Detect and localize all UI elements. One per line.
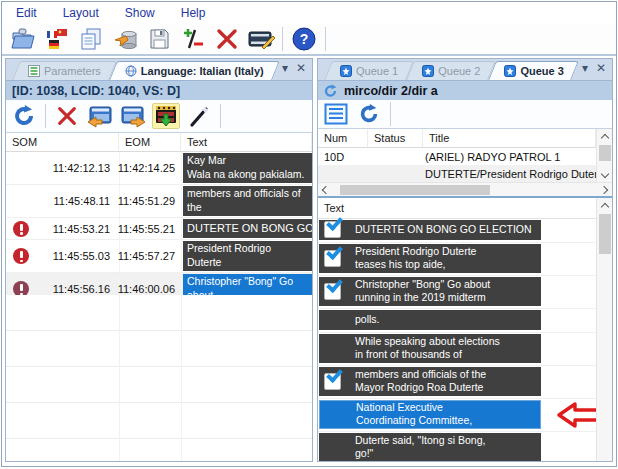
tab-queue-3[interactable]: Queue 3 [492,61,575,80]
text-list-vscrollbar[interactable] [596,198,612,461]
title-value: DUTERTE/President Rodrigo Duterte teases [423,168,596,180]
queue-table-vscrollbar[interactable] [596,129,612,182]
video-import-button[interactable] [152,103,180,129]
subtitle-row[interactable]: 11:45:48.11 11:45:51.29 members and offi… [6,185,312,218]
warning-icon [13,221,29,237]
tab-menu-button[interactable]: ▾ [582,61,588,75]
scrollbar-thumb[interactable] [599,145,611,161]
queue-text-row-selected[interactable]: National Executive Coordinating Committe… [318,399,596,432]
video-back-icon [87,104,113,128]
help-button[interactable]: ? [289,25,319,53]
scroll-up-button[interactable] [597,129,613,144]
subtitle-row[interactable]: 11:42:12.13 11:42:14.25 Kay Mar Wala na … [6,152,312,185]
queue-text-row[interactable]: Christopher "Bong" Go about running in t… [318,276,596,309]
som-value: 11:42:12.13 [53,162,110,174]
queue-text-row[interactable]: DUTERTE ON BONG GO ELECTION [318,219,596,243]
empty-rows-area [6,295,312,461]
scroll-up-button[interactable] [597,198,613,213]
checkbox-checked[interactable] [324,283,341,300]
queue-text-row[interactable]: members and officials of the Mayor Rodri… [318,366,596,399]
open-button[interactable] [8,25,38,53]
queue-text: While speaking about elections in front … [355,335,500,362]
queue-pin-icon [422,65,434,77]
video-button[interactable] [246,25,276,53]
scroll-left-button[interactable] [318,182,334,197]
tab-language-italian[interactable]: Language: Italian (Italy) [113,61,276,80]
queue-text-row[interactable]: polls. [318,309,596,333]
menu-show[interactable]: Show [125,6,155,20]
magic-wand-button[interactable] [185,103,213,129]
plus-minus-icon [181,27,205,51]
checkbox-checked[interactable] [324,221,341,238]
menu-help[interactable]: Help [181,6,206,20]
video-back-button[interactable] [86,103,114,129]
right-tab-controls: ▾ ✕ [582,61,606,75]
globe-icon [125,65,137,77]
queue-text: National Executive Coordinating Committe… [356,401,472,428]
video-import-icon [153,104,179,128]
open-folder-icon [10,27,36,51]
refresh-queue-button[interactable] [355,101,383,127]
menu-layout[interactable]: Layout [63,6,99,20]
queue-item-row[interactable]: DUTERTE/President Rodrigo Duterte teases [318,165,596,182]
tab-parameters[interactable]: Parameters [16,61,113,80]
delete-button[interactable] [212,25,242,53]
queue-text-row[interactable]: President Rodrigo Duterte teases his top… [318,243,596,276]
right-tabstrip: Queue 1 Queue 2 Queue 3 ▾ ✕ [318,59,612,80]
column-text[interactable]: Text [318,198,596,218]
tab-queue-1[interactable]: Queue 1 [328,61,410,80]
column-som[interactable]: SOM [6,133,119,151]
languages-button[interactable] [42,25,72,53]
column-eom[interactable]: EOM [119,133,181,151]
scroll-down-button[interactable] [597,167,613,182]
subtitle-text[interactable]: members and officials of the Mayor Rodri… [183,186,312,216]
tab-menu-button[interactable]: ▾ [282,61,288,75]
add-remove-button[interactable] [178,25,208,53]
export-button[interactable] [110,25,140,53]
list-view-button[interactable] [322,101,350,127]
tab-close-button[interactable]: ✕ [296,61,306,75]
subtitle-text[interactable]: DUTERTE ON BONG GO ELECTION [183,219,312,238]
scroll-right-button[interactable] [596,182,612,197]
queue-item-row[interactable]: 10D (ARIEL) RADYO PATROL 1 [318,148,596,165]
queue-table-hscrollbar[interactable] [318,182,612,196]
scrollbar-thumb[interactable] [340,185,490,195]
folder-path-icon [324,84,338,98]
column-text[interactable]: Text [181,133,312,151]
checkbox-checked[interactable] [324,373,341,390]
som-value: 11:45:56.16 [53,283,110,295]
copy-pages-icon [79,27,103,51]
column-title[interactable]: Title [423,129,596,147]
subtitle-row[interactable]: 11:45:53.21 11:45:55.21 DUTERTE ON BONG … [6,218,312,240]
queue-text: DUTERTE ON BONG GO ELECTION [355,223,532,237]
subtitle-text[interactable]: President Rodrigo Duterte teases his top… [183,241,312,271]
tab-close-button[interactable]: ✕ [596,61,606,75]
help-icon: ? [291,26,317,52]
som-value: 11:45:48.11 [54,195,110,207]
menu-edit[interactable]: Edit [16,6,37,20]
subtitle-row[interactable]: 11:45:55.03 11:45:57.27 President Rodrig… [6,240,312,273]
toolbar-separator [282,27,283,51]
column-num[interactable]: Num [318,129,368,147]
red-x-icon [215,27,239,51]
tab-queue-2[interactable]: Queue 2 [410,61,492,80]
subtitle-text[interactable]: Kay Mar Wala na akong pakialam. [183,153,312,183]
queue-text-row[interactable]: While speaking about elections in front … [318,333,596,366]
tab-label: Queue 3 [520,65,563,77]
right-panel-header: mirco/dir 2/dir a [318,80,612,100]
toolbar-separator [325,27,326,51]
video-forward-button[interactable] [119,103,147,129]
refresh-icon [12,104,36,128]
toolbar-separator [390,102,391,126]
save-button[interactable] [144,25,174,53]
delete-subtitle-button[interactable] [53,103,81,129]
eom-value: 11:42:14.25 [118,162,175,174]
checkbox-checked[interactable] [324,250,341,267]
queue-text-row[interactable]: Duterte said, "Itong si Bong, go!" [318,432,596,461]
num-value: 10D [318,151,368,163]
scrollbar-thumb[interactable] [599,214,611,254]
refresh-button[interactable] [10,103,38,129]
toolbar-separator [45,104,46,128]
copy-button[interactable] [76,25,106,53]
column-status[interactable]: Status [368,129,423,147]
